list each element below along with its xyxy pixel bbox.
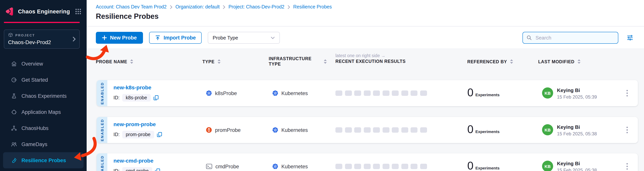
sort-icon — [130, 59, 134, 64]
probe-name-link[interactable]: new-cmd-probe — [114, 158, 153, 164]
chaos-engineering-app: Chaos Engineering PROJECT — [0, 0, 644, 171]
probe-type-cell: cmdProbe — [206, 153, 239, 171]
copy-icon[interactable] — [155, 168, 160, 171]
kubernetes-icon — [272, 90, 278, 96]
copy-icon[interactable] — [153, 95, 158, 100]
sidebar-item-resilience-probes[interactable]: Resilience Probes — [3, 152, 84, 168]
sidebar-item-label: GameDays — [22, 141, 47, 147]
search-input[interactable] — [535, 34, 614, 41]
row-menu-kebab-icon[interactable] — [626, 89, 629, 98]
sidebar-item-overview[interactable]: Overview — [0, 56, 87, 72]
toolbar: New Probe Import Probe Probe Type — [87, 27, 644, 49]
referenced-by-cell: 0 Experiments — [467, 124, 500, 135]
page-header: Account: Chaos Dev Team Prod2 Organizati… — [87, 0, 644, 26]
recent-execution-placeholders — [336, 164, 427, 169]
page-title: Resilience Probes — [96, 12, 644, 21]
experiments-label: Experiments — [475, 166, 500, 171]
main-content: Account: Chaos Dev Team Prod2 Organizati… — [87, 0, 644, 171]
avatar: KB — [542, 161, 553, 171]
project-selector[interactable]: PROJECT Chaos-Dev-Prod2 — [4, 30, 80, 49]
filter-sliders-icon[interactable] — [627, 34, 633, 41]
chevron-right-icon — [72, 36, 76, 42]
kubernetes-icon — [272, 127, 278, 133]
sidebar: Chaos Engineering PROJECT — [0, 0, 87, 171]
column-header-recent-execution-results: RECENT EXECUTION RESULTS — [336, 59, 406, 64]
recent-execution-placeholders — [336, 90, 427, 96]
new-probe-button[interactable]: New Probe — [96, 32, 143, 44]
recent-execution-placeholders — [336, 127, 427, 133]
column-header-infrastructure-type[interactable]: INFRASTRUCTURE TYPE — [269, 56, 327, 67]
hub-network-icon — [10, 125, 17, 131]
last-modified-cell: KB Keying Bi 15 Feb 2025, 05:38 — [542, 161, 597, 171]
modified-at: 15 Feb 2025, 05:38 — [557, 168, 597, 171]
row-menu-kebab-icon[interactable] — [626, 162, 629, 170]
probe-id-chip: cmd-probe — [122, 167, 152, 171]
sidebar-item-chaos-experiments[interactable]: Chaos Experiments — [0, 88, 87, 104]
referenced-by-cell: 0 Experiments — [467, 87, 500, 98]
sort-icon — [577, 59, 580, 64]
project-label: PROJECT — [15, 33, 35, 37]
infrastructure-cell: Kubernetes — [272, 153, 308, 171]
column-header-referenced-by[interactable]: REFERENCED BY — [467, 59, 513, 64]
chevron-right-icon — [170, 5, 172, 9]
copy-icon[interactable] — [156, 132, 162, 137]
breadcrumb-current[interactable]: Resilience Probes — [293, 4, 332, 10]
last-modified-cell: KB Keying Bi 15 Feb 2025, 05:39 — [542, 88, 597, 100]
search-box — [522, 32, 618, 44]
probe-type-cell: k8sProbe — [206, 80, 237, 106]
breadcrumb-organization[interactable]: Organization: default — [176, 4, 220, 10]
module-accent-line — [4, 22, 80, 23]
get-started-icon — [10, 76, 17, 83]
sidebar-item-label: Overview — [22, 61, 43, 66]
probe-id-chip: prom-probe — [122, 131, 154, 138]
probe-name-link[interactable]: new-k8s-probe — [114, 84, 152, 90]
modified-at: 15 Feb 2025, 05:39 — [557, 94, 597, 100]
probe-table-area — [87, 50, 644, 171]
sidebar-item-application-maps[interactable]: Application Maps — [0, 104, 87, 120]
probe-row-new-k8s-probe: ENABLED new-k8s-probe ID: k8s-probe — [96, 80, 638, 106]
probe-test-tube-icon — [10, 157, 17, 164]
status-badge: ENABLED — [96, 153, 107, 171]
probe-type-cell: promProbe — [206, 117, 241, 143]
kubernetes-icon — [272, 163, 278, 170]
modified-by: Keying Bi — [557, 88, 597, 93]
row-menu-kebab-icon[interactable] — [626, 126, 629, 134]
search-icon — [526, 35, 532, 41]
sidebar-item-label: Chaos Experiments — [22, 93, 67, 99]
home-icon — [10, 60, 17, 67]
sidebar-item-gamedays[interactable]: GameDays — [0, 136, 87, 152]
sort-icon — [324, 59, 327, 64]
modified-by: Keying Bi — [557, 161, 597, 166]
kubernetes-icon — [206, 90, 212, 96]
column-header-last-modified[interactable]: LAST MODIFIED — [538, 59, 580, 64]
sidebar-item-chaoshubs[interactable]: ChaosHubs — [0, 120, 87, 136]
import-probe-button[interactable]: Import Probe — [149, 32, 202, 44]
project-name: Chaos-Dev-Prod2 — [8, 39, 76, 45]
module-title: Chaos Engineering — [18, 8, 70, 14]
probe-name-link[interactable]: new-prom-probe — [114, 121, 156, 127]
sidebar-item-label: Application Maps — [22, 109, 61, 115]
module-switcher-grid-icon[interactable] — [75, 8, 81, 14]
probe-id-row: ID: k8s-probe — [114, 94, 158, 102]
terminal-icon — [206, 163, 212, 170]
sidebar-item-get-started[interactable]: Get Started — [0, 72, 87, 88]
probe-type-dropdown[interactable]: Probe Type — [208, 32, 280, 44]
people-icon — [10, 141, 17, 148]
breadcrumb-account[interactable]: Account: Chaos Dev Team Prod2 — [96, 4, 166, 10]
avatar: KB — [542, 124, 553, 135]
last-modified-cell: KB Keying Bi 15 Feb 2025, 05:38 — [542, 124, 597, 136]
sidebar-menu: Overview Get Started Chaos Experiment — [0, 56, 87, 168]
status-badge: ENABLED — [96, 80, 107, 106]
infrastructure-cell: Kubernetes — [272, 117, 308, 143]
sidebar-item-label: Resilience Probes — [22, 158, 66, 163]
plus-icon — [102, 35, 107, 40]
harness-chaos-logo-icon — [4, 6, 14, 16]
column-header-type[interactable]: TYPE — [202, 59, 220, 64]
modified-by: Keying Bi — [557, 124, 597, 130]
breadcrumb-project[interactable]: Project: Chaos-Dev-Prod2 — [228, 4, 284, 10]
target-icon — [10, 109, 17, 115]
sidebar-item-label: ChaosHubs — [22, 125, 48, 131]
avatar: KB — [542, 88, 553, 98]
probe-id-chip: k8s-probe — [122, 94, 150, 102]
column-header-probe-name[interactable]: PROBE NAME — [96, 59, 134, 64]
